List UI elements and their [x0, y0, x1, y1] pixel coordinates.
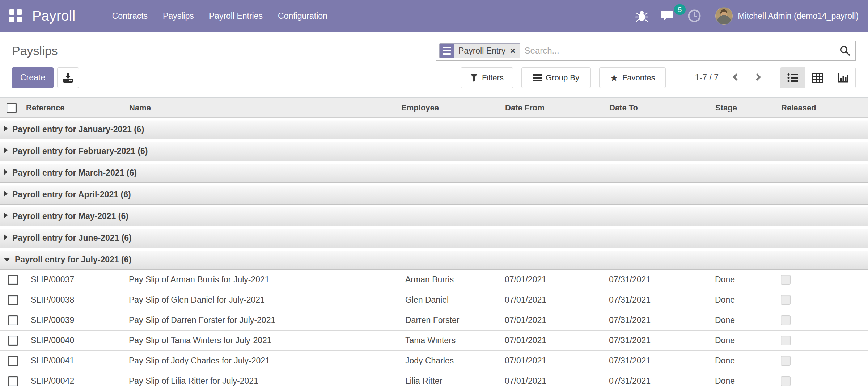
group-row[interactable]: Payroll entry for May-2021 (6)	[0, 205, 868, 226]
column-header-released[interactable]: Released	[778, 98, 868, 117]
date-from-cell: 07/01/2021	[502, 295, 606, 305]
group-by-button[interactable]: Group By	[521, 67, 591, 88]
reference-cell: SLIP/00038	[23, 295, 126, 305]
control-panel: Payslips Payroll Entry × Create	[0, 32, 868, 88]
table-row[interactable]: SLIP/00037Pay Slip of Arman Burris for J…	[0, 270, 868, 290]
group-row[interactable]: Payroll entry for March-2021 (6)	[0, 161, 868, 183]
caret-right-icon	[4, 169, 8, 175]
name-cell: Pay Slip of Lilia Ritter for July-2021	[126, 376, 398, 386]
select-all-checkbox[interactable]	[7, 103, 17, 113]
table-row[interactable]: SLIP/00042Pay Slip of Lilia Ritter for J…	[0, 371, 868, 391]
clock-icon	[687, 9, 701, 23]
date-to-cell: 07/31/2021	[606, 295, 712, 305]
date-to-cell: 07/31/2021	[606, 336, 712, 345]
column-header-reference[interactable]: Reference	[23, 98, 126, 117]
stage-cell: Done	[712, 295, 778, 305]
column-header-date-from[interactable]: Date From	[502, 98, 606, 117]
caret-right-icon	[4, 234, 8, 240]
menu-contracts[interactable]: Contracts	[105, 0, 155, 32]
caret-right-icon	[4, 147, 8, 154]
date-from-cell: 07/01/2021	[502, 376, 606, 386]
search-icon[interactable]	[839, 45, 850, 56]
row-checkbox[interactable]	[8, 275, 18, 285]
facet-label: Payroll Entry	[458, 46, 505, 56]
user-menu[interactable]: Mitchell Admin (demo14_payroll)	[738, 11, 859, 21]
group-row[interactable]: Payroll entry for January-2021 (6)	[0, 118, 868, 139]
star-icon: ★	[610, 73, 618, 83]
name-cell: Pay Slip of Tania Winters for July-2021	[126, 336, 398, 345]
create-button[interactable]: Create	[12, 67, 54, 88]
pager-range: 1-7 / 7	[695, 73, 719, 83]
employee-cell: Jody Charles	[398, 356, 502, 366]
caret-right-icon	[4, 125, 8, 132]
group-row[interactable]: Payroll entry for April-2021 (6)	[0, 183, 868, 205]
date-from-cell: 07/01/2021	[502, 275, 606, 285]
released-checkbox	[781, 356, 791, 366]
pager-next-button[interactable]	[749, 70, 765, 86]
column-header-name[interactable]: Name	[126, 98, 398, 117]
row-checkbox[interactable]	[8, 376, 18, 386]
released-checkbox	[781, 336, 791, 345]
table-row[interactable]: SLIP/00039Pay Slip of Darren Forster for…	[0, 310, 868, 331]
row-checkbox[interactable]	[8, 295, 18, 305]
reference-cell: SLIP/00037	[23, 275, 126, 285]
menu-payroll-entries[interactable]: Payroll Entries	[202, 0, 270, 32]
export-button[interactable]	[57, 67, 79, 88]
table-row[interactable]: SLIP/00038Pay Slip of Glen Daniel for Ju…	[0, 290, 868, 310]
filters-button[interactable]: Filters	[461, 67, 513, 88]
column-header-date-to[interactable]: Date To	[606, 98, 712, 117]
activities-button[interactable]	[681, 0, 707, 32]
row-checkbox[interactable]	[8, 356, 18, 366]
menu-payslips[interactable]: Payslips	[155, 0, 202, 32]
row-select-cell	[0, 356, 23, 366]
payslip-list: Reference Name Employee Date From Date T…	[0, 97, 868, 391]
menu-configuration[interactable]: Configuration	[270, 0, 335, 32]
row-checkbox[interactable]	[8, 336, 18, 346]
table-row[interactable]: SLIP/00040Pay Slip of Tania Winters for …	[0, 331, 868, 351]
app-name[interactable]: Payroll	[32, 8, 76, 24]
messages-button[interactable]: 5	[655, 0, 681, 32]
group-label: Payroll entry for May-2021 (6)	[12, 209, 128, 221]
group-row[interactable]: Payroll entry for July-2021 (6)	[0, 248, 868, 270]
table-header-row: Reference Name Employee Date From Date T…	[0, 97, 868, 118]
date-to-cell: 07/31/2021	[606, 356, 712, 366]
pager-previous-button[interactable]	[728, 70, 744, 86]
row-select-cell	[0, 376, 23, 386]
user-avatar[interactable]	[715, 7, 733, 25]
group-row[interactable]: Payroll entry for February-2021 (6)	[0, 139, 868, 161]
debug-bug-icon[interactable]	[629, 0, 655, 32]
list-view-button[interactable]	[780, 67, 805, 88]
filter-funnel-icon	[470, 73, 478, 82]
column-header-stage[interactable]: Stage	[712, 98, 778, 117]
stage-cell: Done	[712, 275, 778, 285]
search-bar[interactable]: Payroll Entry ×	[436, 41, 856, 61]
reference-cell: SLIP/00040	[23, 336, 126, 345]
caret-right-icon	[4, 190, 8, 197]
export-download-icon	[63, 73, 73, 83]
date-to-cell: 07/31/2021	[606, 376, 712, 386]
employee-cell: Lilia Ritter	[398, 376, 502, 386]
select-all-cell	[0, 98, 23, 117]
row-checkbox[interactable]	[8, 315, 18, 325]
search-facet-payroll-entry: Payroll Entry ×	[439, 43, 520, 58]
released-cell	[778, 275, 868, 285]
date-from-cell: 07/01/2021	[502, 315, 606, 325]
search-input[interactable]	[525, 46, 839, 56]
released-cell	[778, 315, 868, 325]
row-select-cell	[0, 315, 23, 325]
caret-right-icon	[4, 212, 8, 219]
group-row[interactable]: Payroll entry for June-2021 (6)	[0, 226, 868, 248]
facet-remove-icon[interactable]: ×	[510, 46, 515, 55]
favorites-button[interactable]: ★ Favorites	[599, 67, 666, 88]
column-header-employee[interactable]: Employee	[398, 98, 502, 117]
pivot-view-button[interactable]	[805, 67, 830, 88]
apps-menu-icon[interactable]	[9, 9, 22, 22]
stage-cell: Done	[712, 336, 778, 345]
reference-cell: SLIP/00042	[23, 376, 126, 386]
name-cell: Pay Slip of Darren Forster for July-2021	[126, 315, 398, 325]
released-cell	[778, 336, 868, 345]
row-select-cell	[0, 295, 23, 305]
table-row[interactable]: SLIP/00041Pay Slip of Jody Charles for J…	[0, 351, 868, 371]
graph-view-button[interactable]	[830, 67, 855, 88]
employee-cell: Tania Winters	[398, 336, 502, 345]
